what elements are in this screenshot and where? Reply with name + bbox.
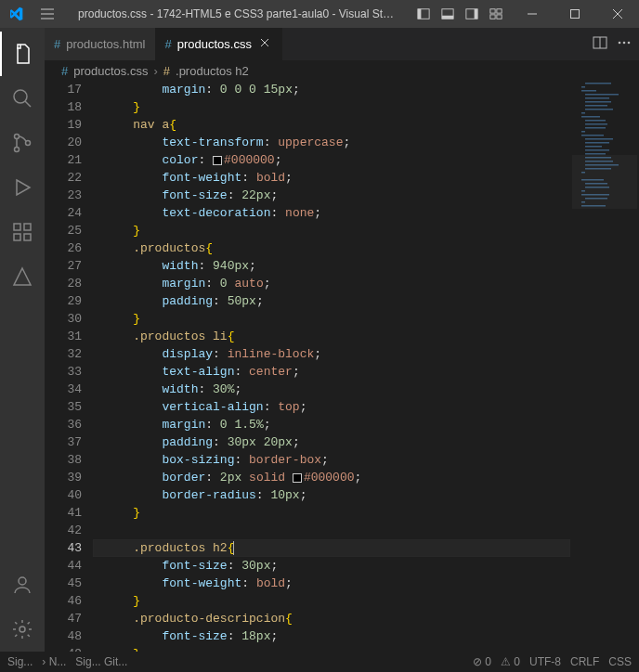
code-line[interactable]: border: 2px solid #000000;: [93, 469, 570, 486]
code-line[interactable]: border-radius: 10px;: [93, 486, 570, 504]
code-editor[interactable]: 1718192021222324252627282930313233343536…: [45, 81, 639, 652]
minimize-button[interactable]: [511, 0, 554, 28]
status-warnings[interactable]: ⚠ 0: [501, 655, 520, 668]
code-line[interactable]: }: [93, 592, 570, 610]
line-number: 20: [45, 134, 82, 151]
svg-point-24: [623, 41, 626, 44]
code-line[interactable]: nav a{: [93, 116, 570, 134]
line-number: 35: [45, 398, 82, 416]
tab-productos-css[interactable]: # productos.css: [156, 28, 282, 60]
line-number: 42: [45, 522, 82, 539]
css-file-icon: #: [54, 37, 60, 51]
symbol-icon: #: [163, 64, 170, 78]
code-line[interactable]: padding: 50px;: [93, 292, 570, 310]
line-number: 34: [45, 381, 82, 398]
status-left1[interactable]: Sig...: [7, 655, 33, 668]
breadcrumb-symbol[interactable]: .productos h2: [176, 64, 249, 78]
run-debug-icon[interactable]: [0, 165, 45, 210]
code-line[interactable]: margin: 0 1.5%;: [93, 416, 570, 433]
code-line[interactable]: margin: 0 0 0 15px;: [93, 81, 570, 98]
line-number: 39: [45, 469, 82, 486]
code-line[interactable]: font-weight: bold;: [93, 169, 570, 187]
tab-productos-html[interactable]: # productos.html: [45, 28, 156, 60]
toggle-panel-left-icon[interactable]: [412, 0, 435, 28]
line-number: 44: [45, 557, 82, 575]
code-line[interactable]: font-size: 22px;: [93, 187, 570, 204]
line-number: 29: [45, 292, 82, 310]
code-line[interactable]: text-align: center;: [93, 363, 570, 381]
toggle-panel-bottom-icon[interactable]: [437, 0, 459, 28]
svg-rect-31: [585, 101, 611, 103]
line-number: 17: [45, 81, 82, 98]
code-content[interactable]: margin: 0 0 0 15px; } nav a{ text-transf…: [93, 81, 570, 652]
close-tab-icon[interactable]: [257, 37, 272, 51]
svg-rect-3: [442, 16, 453, 19]
azure-icon[interactable]: [0, 254, 45, 299]
svg-rect-40: [581, 135, 604, 136]
code-line[interactable]: color: #000000;: [93, 151, 570, 169]
code-line[interactable]: }: [93, 504, 570, 522]
code-line[interactable]: width: 940px;: [93, 257, 570, 275]
line-number: 40: [45, 486, 82, 504]
code-line[interactable]: .producto-descripcion{: [93, 610, 570, 627]
status-eol[interactable]: CRLF: [570, 655, 599, 668]
code-line[interactable]: width: 30%;: [93, 381, 570, 398]
svg-rect-9: [497, 15, 502, 19]
code-line[interactable]: [93, 522, 570, 539]
code-line[interactable]: padding: 30px 20px;: [93, 433, 570, 451]
line-number: 48: [45, 627, 82, 645]
svg-point-20: [20, 627, 25, 632]
window-title: productos.css - 1742-HTML5 e CSS3 parte1…: [63, 7, 409, 20]
code-line[interactable]: text-transform: uppercase;: [93, 134, 570, 151]
line-number: 31: [45, 328, 82, 345]
svg-rect-33: [585, 109, 613, 110]
code-line[interactable]: font-size: 18px;: [93, 627, 570, 645]
line-number: 22: [45, 169, 82, 187]
code-line[interactable]: .productos li{: [93, 328, 570, 345]
code-line[interactable]: text-decoration: none;: [93, 204, 570, 222]
minimap-viewport[interactable]: [572, 155, 637, 209]
css-file-icon: #: [165, 37, 172, 51]
accounts-icon[interactable]: [0, 562, 45, 607]
minimap[interactable]: [570, 81, 639, 652]
source-control-icon[interactable]: [0, 121, 45, 165]
svg-rect-5: [475, 9, 478, 19]
extensions-icon[interactable]: [0, 210, 45, 254]
svg-rect-15: [14, 224, 20, 230]
code-line[interactable]: .productos h2{: [93, 539, 570, 557]
maximize-button[interactable]: [554, 0, 596, 28]
svg-rect-8: [490, 15, 495, 19]
breadcrumb-file[interactable]: productos.css: [73, 64, 148, 78]
settings-gear-icon[interactable]: [0, 607, 45, 652]
status-left3[interactable]: Sig... Git...: [75, 655, 127, 668]
split-editor-icon[interactable]: [593, 35, 607, 54]
svg-point-25: [628, 41, 631, 44]
code-line[interactable]: display: inline-block;: [93, 345, 570, 363]
code-line[interactable]: font-weight: bold;: [93, 575, 570, 592]
search-icon[interactable]: [0, 76, 45, 121]
status-encoding[interactable]: UTF-8: [529, 655, 561, 668]
code-line[interactable]: }: [93, 310, 570, 328]
code-line[interactable]: vertical-align: top;: [93, 398, 570, 416]
toggle-panel-right-icon[interactable]: [461, 0, 483, 28]
status-language[interactable]: CSS: [608, 655, 632, 668]
editor-tabs: # productos.html # productos.css: [45, 28, 639, 60]
line-number: 21: [45, 151, 82, 169]
explorer-icon[interactable]: [0, 32, 45, 76]
status-left2[interactable]: › N...: [42, 655, 66, 668]
code-line[interactable]: }: [93, 98, 570, 116]
code-line[interactable]: box-sizing: border-box;: [93, 451, 570, 469]
more-actions-icon[interactable]: [617, 35, 632, 54]
close-button[interactable]: [596, 0, 639, 28]
line-number: 38: [45, 451, 82, 469]
customize-layout-icon[interactable]: [485, 0, 507, 28]
code-line[interactable]: margin: 0 auto;: [93, 275, 570, 292]
code-line[interactable]: }: [93, 645, 570, 652]
breadcrumb[interactable]: # productos.css › # .productos h2: [45, 60, 639, 81]
menu-button[interactable]: [32, 6, 63, 21]
code-line[interactable]: }: [93, 222, 570, 239]
code-line[interactable]: .productos{: [93, 239, 570, 257]
status-errors[interactable]: ⊘ 0: [473, 655, 491, 668]
tab-label: productos.css: [177, 37, 252, 51]
code-line[interactable]: font-size: 30px;: [93, 557, 570, 575]
